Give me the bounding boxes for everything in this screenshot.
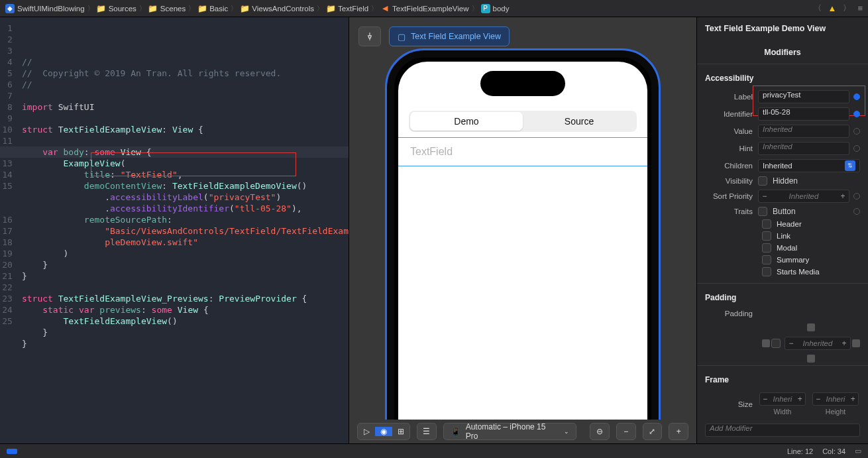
height-stepper[interactable]: −Inheri+ xyxy=(812,392,859,406)
width-label: Width xyxy=(774,408,792,416)
code-line[interactable]: // Copyright © 2019 An Tran. All rights … xyxy=(22,68,349,79)
zoom-in-icon[interactable]: + xyxy=(669,423,688,440)
code-line[interactable] xyxy=(22,90,349,101)
override-dot[interactable] xyxy=(853,128,860,135)
code-line[interactable] xyxy=(22,349,349,361)
outline-icon[interactable]: ▭ xyxy=(855,447,861,455)
code-line[interactable]: // xyxy=(22,56,349,68)
breadcrumb-item[interactable]: ◀TextFieldExampleView xyxy=(380,4,468,13)
trait-label: Header xyxy=(777,220,860,228)
code-line[interactable]: .accessibilityLabel("privacyTest") xyxy=(22,192,349,203)
zoom-fit-icon[interactable]: ⤢ xyxy=(643,423,663,440)
device-selector[interactable]: 📱 Automatic – iPhone 15 Pro ⌄ xyxy=(443,423,577,440)
chevron-down-icon: ⌄ xyxy=(564,428,569,435)
code-line[interactable]: struct TextFieldExampleView: View { xyxy=(22,124,349,135)
code-line[interactable]: // xyxy=(22,79,349,90)
label-input[interactable]: privacyTest xyxy=(758,90,849,103)
chevron-right-icon: 〉 xyxy=(231,4,237,13)
breadcrumb-item[interactable]: Pbody xyxy=(481,4,510,13)
seg-demo[interactable]: Demo xyxy=(410,112,523,131)
code-line[interactable]: } xyxy=(22,338,349,349)
textfield-row[interactable]: TextField xyxy=(398,137,647,166)
code-line[interactable]: struct TextFieldExampleView_Previews: Pr… xyxy=(22,293,349,304)
breadcrumb-item[interactable]: ◆SwiftUIMindBlowing xyxy=(5,4,85,13)
trait-checkbox[interactable] xyxy=(762,219,771,229)
inspector-tab-modifiers[interactable]: Modifiers xyxy=(697,41,868,64)
related-items-icon[interactable]: ≡ xyxy=(857,3,863,13)
zoom-out-icon[interactable]: − xyxy=(616,423,636,440)
add-modifier-input[interactable]: Add Modifier xyxy=(705,424,860,437)
code-line[interactable] xyxy=(22,282,349,293)
code-line[interactable]: .accessibilityIdentifier("tll-05-28"), xyxy=(22,203,349,214)
dynamic-island xyxy=(480,71,565,96)
grid-icon[interactable]: ⊞ xyxy=(392,427,409,436)
status-bar: Line: 12 Col: 34 ▭ xyxy=(0,443,868,458)
pin-button[interactable] xyxy=(358,27,381,46)
breadcrumb-item[interactable]: 📁TextField xyxy=(326,4,368,13)
code-line[interactable]: TextFieldExampleView() xyxy=(22,315,349,327)
trait-row: Link xyxy=(697,230,868,242)
sort-stepper[interactable]: −Inherited+ xyxy=(758,190,849,203)
code-line[interactable]: "Basic/ViewsAndControls/TextField/TextFi… xyxy=(22,225,349,237)
code-line[interactable]: ) xyxy=(22,248,349,259)
override-dot[interactable] xyxy=(853,193,860,200)
code-line[interactable]: } xyxy=(22,270,349,282)
preview-title-pill[interactable]: ▢ Text Field Example View xyxy=(389,27,510,46)
variants-button[interactable]: ☰ xyxy=(417,423,437,440)
hidden-checkbox[interactable] xyxy=(758,176,767,186)
play-icon[interactable]: ▷ xyxy=(358,427,375,436)
override-dot[interactable] xyxy=(853,208,860,215)
code-line[interactable]: } xyxy=(22,327,349,338)
chevron-right-icon: 〉 xyxy=(87,4,94,13)
trait-row: Header xyxy=(697,218,868,230)
breadcrumb-label: ViewsAndControls xyxy=(252,5,314,13)
trait-row: Summary xyxy=(697,254,868,266)
folder-icon: 📁 xyxy=(148,4,158,13)
prop-icon: P xyxy=(481,4,490,13)
preview-title-text: Text Field Example View xyxy=(411,32,501,41)
breadcrumb-item[interactable]: 📁ViewsAndControls xyxy=(240,4,314,13)
width-stepper[interactable]: −Inheri+ xyxy=(759,392,806,406)
trait-checkbox[interactable] xyxy=(758,207,767,216)
breadcrumb-item[interactable]: 📁Sources xyxy=(97,4,136,13)
folder-icon: 📁 xyxy=(97,4,106,13)
padding-diagram[interactable]: −Inherited+ xyxy=(762,323,860,363)
code-line[interactable] xyxy=(22,135,349,146)
override-dot[interactable] xyxy=(853,111,860,117)
breadcrumb-label: TextFieldExampleView xyxy=(392,5,468,13)
breadcrumb-item[interactable]: 📁Scenes xyxy=(148,4,186,13)
code-line[interactable] xyxy=(22,113,349,124)
seg-source[interactable]: Source xyxy=(523,112,635,131)
override-dot[interactable] xyxy=(853,93,860,100)
hint-input[interactable]: Inherited xyxy=(758,142,849,155)
zoom-out-min-icon[interactable]: ⊖ xyxy=(590,423,610,440)
padding-key: Padding xyxy=(705,310,753,317)
nav-back-icon[interactable]: 〈 xyxy=(811,3,824,13)
code-line[interactable]: static var previews: some View { xyxy=(22,304,349,315)
trait-checkbox[interactable] xyxy=(762,267,771,276)
code-line[interactable]: import SwiftUI xyxy=(22,101,349,113)
children-select[interactable]: Inherited⇅ xyxy=(758,159,860,172)
code-line[interactable]: demoContentView: TextFieldExampleDemoVie… xyxy=(22,180,349,192)
value-input[interactable]: Inherited xyxy=(758,125,849,138)
identifier-input[interactable]: tll-05-28 xyxy=(758,107,849,121)
code-editor[interactable]: 1234567891011121314151617181920212223242… xyxy=(0,17,349,443)
trait-checkbox[interactable] xyxy=(762,231,771,241)
nav-fwd-icon[interactable]: 〉 xyxy=(840,3,853,13)
doc-icon: ▢ xyxy=(398,32,406,42)
live-icon[interactable]: ◉ xyxy=(375,427,392,436)
trait-checkbox[interactable] xyxy=(762,243,771,253)
segmented-control[interactable]: Demo Source xyxy=(409,111,637,132)
padding-checkbox[interactable] xyxy=(771,339,781,348)
debug-indicator[interactable] xyxy=(7,449,17,454)
status-line: Line: 12 xyxy=(787,447,813,455)
override-dot[interactable] xyxy=(853,145,860,152)
warning-icon[interactable]: ▲ xyxy=(828,3,837,13)
live-mode-group[interactable]: ▷ ◉ ⊞ xyxy=(357,423,410,440)
trait-checkbox[interactable] xyxy=(762,255,771,264)
padding-stepper[interactable]: −Inherited+ xyxy=(785,337,851,350)
breadcrumb-item[interactable]: 📁Basic xyxy=(197,4,228,13)
code-line[interactable]: } xyxy=(22,259,349,270)
code-line[interactable]: remoteSourcePath: xyxy=(22,214,349,225)
code-line[interactable]: pleDemoView.swift" xyxy=(22,237,349,248)
